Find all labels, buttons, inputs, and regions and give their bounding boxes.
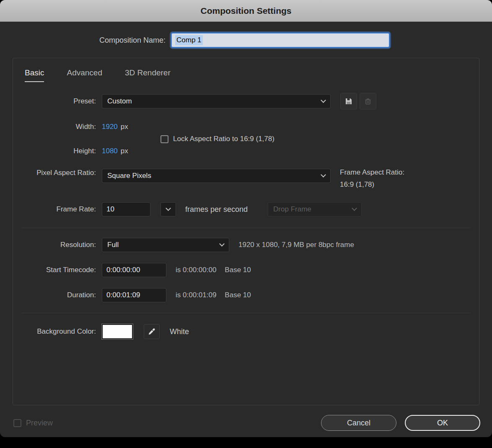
chevron-down-icon xyxy=(166,206,171,211)
ok-button[interactable]: OK xyxy=(405,415,480,431)
preset-row: Preset: Custom xyxy=(13,93,479,110)
frames-per-second-label: frames per second xyxy=(185,205,248,214)
pixel-aspect-ratio-label: Pixel Aspect Ratio: xyxy=(13,169,102,177)
save-preset-icon xyxy=(344,97,353,106)
width-unit: px xyxy=(121,123,128,131)
start-timecode-equivalent: is 0:00:00:00 xyxy=(176,266,216,274)
resolution-label: Resolution: xyxy=(13,241,102,249)
width-row: Width: 1920 px xyxy=(13,121,479,133)
composition-name-label: Composition Name: xyxy=(0,36,171,45)
eyedropper-icon xyxy=(148,327,156,336)
width-label: Width: xyxy=(13,123,102,131)
chevron-down-icon xyxy=(321,172,326,178)
eyedropper-button[interactable] xyxy=(144,324,160,339)
divider xyxy=(21,313,471,313)
background-color-name: White xyxy=(170,327,189,336)
frame-rate-value: 10 xyxy=(106,205,114,214)
dialog-title: Composition Settings xyxy=(201,6,292,16)
lock-aspect-ratio-checkbox[interactable] xyxy=(161,135,168,143)
duration-input[interactable]: 0:00:01:09 xyxy=(102,288,166,302)
cancel-button[interactable]: Cancel xyxy=(321,415,396,431)
divider xyxy=(21,228,471,228)
start-timecode-input[interactable]: 0:00:00:00 xyxy=(102,263,166,277)
height-unit: px xyxy=(121,147,128,155)
height-row: Height: 1080 px xyxy=(13,145,479,157)
pixel-aspect-ratio-dropdown[interactable]: Square Pixels xyxy=(102,169,331,183)
start-timecode-value: 0:00:00:00 xyxy=(106,266,140,274)
timecode-style-value: Drop Frame xyxy=(273,205,311,214)
dialog-footer: Preview Cancel OK xyxy=(13,414,480,432)
tab-basic[interactable]: Basic xyxy=(25,68,44,82)
start-timecode-label: Start Timecode: xyxy=(13,266,102,274)
composition-name-value: Comp 1 xyxy=(175,35,203,45)
tab-3d-renderer-label: 3D Renderer xyxy=(125,68,171,77)
frame-rate-label: Frame Rate: xyxy=(13,205,102,214)
tab-advanced[interactable]: Advanced xyxy=(67,68,102,82)
trash-icon xyxy=(363,97,373,106)
preset-value: Custom xyxy=(107,97,132,106)
settings-panel: Basic Advanced 3D Renderer Preset: Custo… xyxy=(13,58,479,405)
preset-label: Preset: xyxy=(13,97,102,106)
composition-name-row: Composition Name: Comp 1 xyxy=(0,33,492,48)
lock-aspect-ratio-label: Lock Aspect Ratio to 16:9 (1,78) xyxy=(173,135,274,143)
frame-rate-preset-button[interactable] xyxy=(161,202,176,216)
height-value[interactable]: 1080 xyxy=(102,147,118,155)
frame-aspect-ratio-info: Frame Aspect Ratio: 16:9 (1,78) xyxy=(340,166,404,191)
duration-value: 0:00:01:09 xyxy=(106,291,140,299)
preview-control: Preview xyxy=(13,419,53,427)
resolution-row: Resolution: Full 1920 x 1080, 7,9 MB per… xyxy=(13,237,479,252)
preset-dropdown[interactable]: Custom xyxy=(102,94,331,108)
pixel-aspect-ratio-value: Square Pixels xyxy=(107,172,151,180)
preview-checkbox[interactable] xyxy=(13,419,21,427)
preview-label: Preview xyxy=(26,419,53,427)
background-color-row: Background Color: White xyxy=(13,323,479,340)
frame-aspect-ratio-label: Frame Aspect Ratio: xyxy=(340,166,404,178)
save-preset-button[interactable] xyxy=(340,93,357,110)
tab-basic-label: Basic xyxy=(25,68,44,77)
composition-name-input[interactable]: Comp 1 xyxy=(171,33,390,48)
duration-label: Duration: xyxy=(13,291,102,299)
timecode-style-dropdown: Drop Frame xyxy=(268,202,362,216)
chevron-down-icon xyxy=(321,98,326,103)
resolution-dropdown[interactable]: Full xyxy=(102,238,229,252)
width-value[interactable]: 1920 xyxy=(102,123,118,131)
duration-base: Base 10 xyxy=(225,291,251,299)
resolution-value: Full xyxy=(107,241,119,249)
tab-bar: Basic Advanced 3D Renderer xyxy=(13,58,479,82)
start-timecode-base: Base 10 xyxy=(225,266,251,274)
duration-row: Duration: 0:00:01:09 is 0:00:01:09 Base … xyxy=(13,288,479,303)
height-label: Height: xyxy=(13,147,102,155)
background-color-label: Background Color: xyxy=(13,327,102,336)
tab-3d-renderer[interactable]: 3D Renderer xyxy=(125,68,171,82)
lock-aspect-ratio-control: Lock Aspect Ratio to 16:9 (1,78) xyxy=(161,135,274,143)
resolution-info: 1920 x 1080, 7,9 MB per 8bpc frame xyxy=(238,241,354,249)
chevron-down-icon xyxy=(219,241,225,247)
composition-settings-dialog: Composition Settings Composition Name: C… xyxy=(0,0,492,437)
delete-preset-button[interactable] xyxy=(360,93,376,110)
tab-advanced-label: Advanced xyxy=(67,68,102,77)
dimensions-block: Width: 1920 px Height: 1080 px Lock Aspe… xyxy=(13,121,479,157)
chevron-down-icon xyxy=(352,206,357,211)
start-timecode-row: Start Timecode: 0:00:00:00 is 0:00:00:00… xyxy=(13,263,479,278)
frame-rate-input[interactable]: 10 xyxy=(102,202,150,216)
background-color-swatch[interactable] xyxy=(102,324,133,339)
frame-aspect-ratio-value: 16:9 (1,78) xyxy=(340,178,404,191)
pixel-aspect-ratio-row: Pixel Aspect Ratio: Square Pixels Frame … xyxy=(13,168,479,183)
dialog-titlebar[interactable]: Composition Settings xyxy=(0,0,492,22)
duration-equivalent: is 0:00:01:09 xyxy=(176,291,216,299)
frame-rate-row: Frame Rate: 10 frames per second Drop Fr… xyxy=(13,202,479,217)
